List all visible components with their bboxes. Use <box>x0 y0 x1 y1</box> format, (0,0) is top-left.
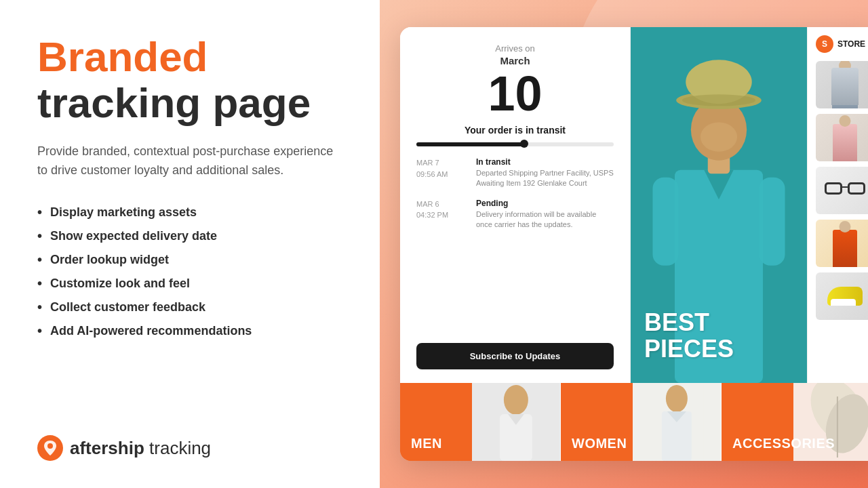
product-thumb-2 <box>816 114 868 161</box>
hero-branded: Branded <box>37 34 342 80</box>
product-thumb-5 <box>816 272 868 320</box>
progress-bar-fill <box>416 142 525 146</box>
store-label: STORE <box>837 39 865 49</box>
event-row-1: MAR 7 09:56 AM In transit Departed Shipp… <box>416 157 614 189</box>
status-label: Your order is in transit <box>416 125 614 136</box>
svg-point-11 <box>701 122 737 151</box>
event-date-2: MAR 6 04:32 PM <box>416 199 471 230</box>
hero-label: BEST PIECES <box>644 309 734 363</box>
event-date-1: MAR 7 09:56 AM <box>416 157 471 189</box>
svg-point-16 <box>666 385 688 412</box>
category-men: MEN <box>400 383 560 461</box>
person-silhouette: BEST PIECES <box>631 27 807 383</box>
svg-point-13 <box>504 385 528 415</box>
bottom-row: MEN WOMEN <box>400 383 868 461</box>
svg-point-1 <box>47 443 53 449</box>
left-panel: Branded tracking page Provide branded, c… <box>0 0 380 488</box>
card-container: Arrives on March 10 Your order is in tra… <box>400 27 868 461</box>
logo-text: aftership tracking <box>70 438 211 459</box>
store-icon: S <box>816 35 833 53</box>
category-accessories-label: ACCESSORIES <box>732 436 835 451</box>
product-thumb-3 <box>816 167 868 214</box>
feature-5: Collect customer feedback <box>37 296 342 319</box>
feature-4: Customize look and feel <box>37 272 342 296</box>
svg-rect-5 <box>760 178 785 266</box>
arrives-label: Arrives on <box>416 43 614 54</box>
subscribe-button[interactable]: Subscribe to Updates <box>416 343 614 369</box>
hero-subtitle: tracking page <box>37 80 342 126</box>
progress-bar <box>416 142 614 146</box>
category-accessories: ACCESSORIES <box>722 383 868 461</box>
store-header: S STORE <box>816 35 868 53</box>
hero-title: Branded tracking page <box>37 34 342 126</box>
category-women-label: WOMEN <box>572 436 627 451</box>
category-men-label: MEN <box>411 436 442 451</box>
hero-image-col: BEST PIECES <box>631 27 807 383</box>
logo-row: aftership tracking <box>37 435 342 461</box>
arrives-day: 10 <box>416 69 614 118</box>
feature-1: Display marketing assets <box>37 201 342 224</box>
right-panel: Arrives on March 10 Your order is in tra… <box>380 0 868 488</box>
feature-2: Show expected delivery date <box>37 224 342 248</box>
features-list: Display marketing assets Show expected d… <box>37 201 342 343</box>
description: Provide branded, contextual post-purchas… <box>37 142 342 180</box>
tracking-widget: Arrives on March 10 Your order is in tra… <box>400 27 631 383</box>
product-thumb-4 <box>816 220 868 267</box>
feature-3: Order lookup widget <box>37 248 342 272</box>
arrives-month: March <box>416 55 614 66</box>
event-row-2: MAR 6 04:32 PM Pending Delivery informat… <box>416 199 614 230</box>
svg-rect-4 <box>653 178 679 266</box>
event-info-1: In transit Departed Shipping Partner Fac… <box>476 157 614 189</box>
store-col: S STORE <box>807 27 868 383</box>
category-women: WOMEN <box>561 383 721 461</box>
aftership-logo-icon <box>37 435 63 461</box>
feature-6: Add AI-powered recommendations <box>37 319 342 343</box>
tracking-events: MAR 7 09:56 AM In transit Departed Shipp… <box>416 157 614 335</box>
product-thumb-1 <box>816 61 868 108</box>
svg-point-10 <box>682 94 755 106</box>
event-info-2: Pending Delivery information will be ava… <box>476 199 614 230</box>
